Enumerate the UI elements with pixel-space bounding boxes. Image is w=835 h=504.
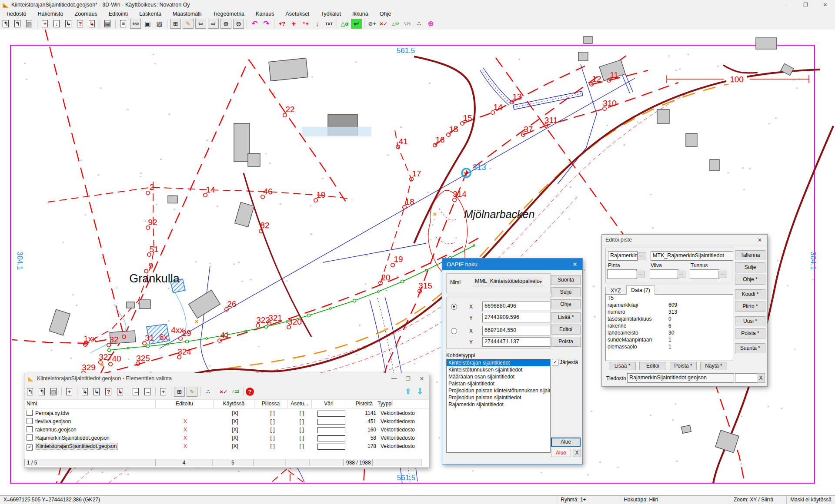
triangle-12-button[interactable]: △12 (230, 387, 241, 397)
row-checkbox[interactable]: ✓ (27, 444, 33, 451)
column-header-pisteit[interactable]: Pisteitä (346, 400, 375, 408)
edit-side-button-sulje[interactable]: Sulje (735, 262, 765, 272)
menu-ohje[interactable]: Ohje (374, 11, 397, 17)
minimize-button[interactable]: — (387, 375, 401, 382)
file-add-button[interactable]: + (40, 19, 50, 29)
menu-maastomalli[interactable]: Maastomalli (167, 11, 207, 17)
zoom-out-button[interactable]: ⊖ (233, 19, 244, 29)
undo-button[interactable]: ↶ (249, 19, 260, 29)
column-header-vri[interactable]: Väri (312, 400, 346, 408)
add-files-button[interactable]: + (158, 387, 169, 397)
oapif-button-poista[interactable]: Poista (551, 337, 581, 347)
code-21-button[interactable]: ∖21 (402, 19, 413, 29)
menu-tiedosto[interactable]: Tiedosto (0, 11, 32, 17)
copy-to-file-button[interactable]: ↳ (80, 387, 90, 397)
fit-screen-button[interactable]: ⊞ (170, 19, 181, 29)
oapif-button-lis[interactable]: Lisää * (551, 312, 581, 322)
oapif-button-suorita[interactable]: Suorita (551, 275, 581, 285)
scatter-points-button[interactable]: ∴ (414, 19, 424, 29)
oapif-titlebar[interactable]: OAPIF haku ✕ (442, 259, 582, 270)
y2-input[interactable]: 27444471.137 (482, 337, 550, 347)
edit-point-titlebar[interactable]: Editoi piste ✕ (602, 235, 767, 245)
data-row[interactable]: olemassaolo1 (606, 343, 733, 350)
column-header-kytss[interactable]: Käytössä (214, 400, 254, 408)
nimi-select[interactable]: MML_Kiinteistötietopalvelu_avoin ▾ (473, 277, 543, 287)
table-row[interactable]: tieviiva.geojsonX[X][ ][ ]451Vektoritied… (24, 418, 429, 426)
window-view-button[interactable]: ▣ (142, 19, 153, 29)
alue-button[interactable]: Alue (551, 438, 581, 447)
snap-toggle-button[interactable]: ⊘+ (367, 19, 377, 29)
hatch-view-button[interactable]: ▨ (154, 19, 165, 29)
point-add-button[interactable]: + (288, 19, 299, 29)
check-points-button[interactable]: ×✓ (378, 19, 389, 29)
color-swatch[interactable] (317, 411, 345, 417)
open-file-button[interactable]: ↰ (37, 387, 47, 397)
edit-side-button-tallenna[interactable]: Tallenna (735, 250, 765, 260)
tab-data[interactable]: Data (7) (626, 285, 655, 295)
print-button[interactable]: ≡ (118, 19, 129, 29)
edit-side-button-ohje[interactable]: Ohje * (735, 275, 765, 285)
menu-työkalut[interactable]: Työkalut (315, 11, 347, 17)
move-to-file-button[interactable]: → (130, 387, 141, 397)
data-row[interactable]: numero313 (606, 308, 733, 315)
triangle-12-button[interactable]: △12 (390, 19, 401, 29)
clipboard-button[interactable]: ▤ (102, 19, 113, 29)
kohdetyyppi-item[interactable]: Projisoidun palstan kiinteistötunnuksen … (447, 387, 550, 394)
column-header-piilossa[interactable]: Piilossa (254, 400, 287, 408)
edit-row-button-editoi[interactable]: Editoi (639, 362, 666, 370)
add-center-point-button[interactable]: ⊕ (425, 19, 436, 29)
menu-laskenta[interactable]: Laskenta (134, 11, 167, 17)
move-down-button[interactable]: ⇩ (414, 387, 425, 397)
kohdetyyppi-item[interactable]: Rajamerkin sijaintitiedot (447, 401, 550, 408)
row-checkbox[interactable] (27, 434, 33, 441)
redo-button[interactable]: ↷ (261, 19, 272, 29)
y1-input[interactable]: 27443909.596 (482, 313, 550, 322)
color-swatch[interactable] (317, 435, 345, 441)
area-m2-button[interactable]: m² (351, 19, 362, 29)
restore-button[interactable]: ❐ (796, 0, 815, 10)
jarjesta-checkbox[interactable]: ✓ (552, 359, 558, 365)
menu-tiegeometria[interactable]: Tiegeometria (207, 11, 250, 17)
edit-side-button-piirto[interactable]: Piirto * (735, 302, 765, 312)
point-move-button[interactable]: ⁺+ (300, 19, 311, 29)
close-icon[interactable]: ✕ (752, 237, 767, 243)
data-row[interactable]: T5 (606, 295, 733, 302)
row-checkbox[interactable] (27, 426, 33, 432)
save-as-file-button[interactable]: ↳ (63, 19, 74, 29)
menu-editointi[interactable]: Editointi (103, 11, 134, 17)
kohdetyyppi-item[interactable]: Kiinteistörajan sijaintitiedot (447, 359, 550, 366)
data-row[interactable]: rakenne6 (606, 322, 733, 329)
viiva-input[interactable] (650, 269, 678, 279)
menu-zoomaus[interactable]: Zoomaus (69, 11, 103, 17)
table-row[interactable]: ✓KiinteistorajanSijaintitiedot.geojsonX[… (24, 442, 429, 451)
close-button[interactable]: ✕ (815, 0, 835, 10)
viiva-browse-button[interactable]: ... (677, 271, 685, 278)
help-button[interactable]: ? (246, 388, 254, 396)
copy-add-file-button[interactable]: + (64, 387, 75, 397)
color-swatch[interactable] (317, 419, 345, 425)
scatter-points-button[interactable]: ∴ (203, 387, 214, 397)
menu-asetukset[interactable]: Asetukset (280, 11, 315, 17)
row-checkbox[interactable] (27, 418, 33, 424)
data-row[interactable]: tasosijaintitarkkuus0 (606, 315, 733, 322)
menu-kairaus[interactable]: Kairaus (250, 11, 280, 17)
scale-150-button[interactable]: 150 (130, 19, 141, 29)
oapif-button-editoi[interactable]: Editoi (551, 325, 581, 335)
pan-pen-button[interactable]: ✎ (183, 19, 194, 29)
edit-side-button-poista[interactable]: Poista * (735, 328, 765, 338)
view-previous-button[interactable]: ⇦ (195, 19, 206, 29)
save-query-file-button[interactable]: ? (75, 19, 86, 29)
query-save-file-button[interactable]: ? (103, 387, 114, 397)
x1-input[interactable]: 6696880.496 (482, 302, 550, 311)
open-file-button[interactable]: ↰ (12, 19, 23, 29)
code-browse-button[interactable]: ... (638, 252, 646, 259)
pinta-input[interactable] (607, 269, 637, 279)
tunnus-browse-button[interactable]: ... (718, 271, 727, 278)
pinta-browse-button[interactable]: ... (636, 271, 645, 278)
close-icon[interactable]: ✕ (568, 261, 582, 268)
fit-screen-button[interactable]: ⊞ (174, 387, 185, 397)
kohdetyyppi-item[interactable]: Palstan sijaintitiedot (447, 380, 550, 387)
copy-file-button[interactable]: ↳ (91, 387, 102, 397)
x2-input[interactable]: 6697184.550 (482, 326, 550, 335)
check-points-button[interactable]: ×✓ (218, 387, 229, 397)
